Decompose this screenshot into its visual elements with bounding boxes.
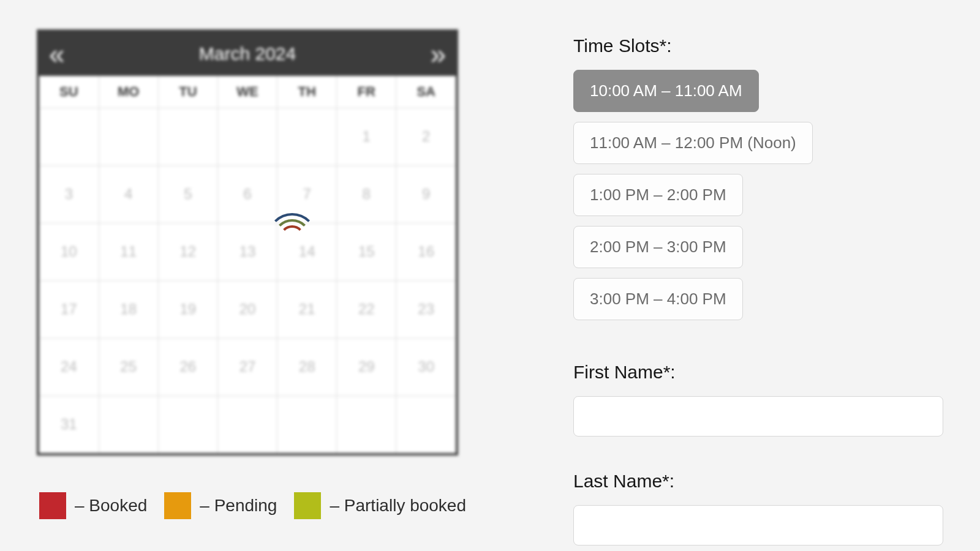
calendar-day[interactable]: 2 xyxy=(396,108,456,165)
time-slots-list: 10:00 AM – 11:00 AM11:00 AM – 12:00 PM (… xyxy=(573,70,943,320)
weekday-tu: TU xyxy=(158,76,217,108)
calendar-day xyxy=(337,395,396,453)
weekday-we: WE xyxy=(217,76,277,108)
calendar-legend: – Booked – Pending – Partially booked xyxy=(37,492,494,519)
legend-partial-label: – Partially booked xyxy=(330,496,466,515)
weekday-su: SU xyxy=(39,76,99,108)
calendar-day[interactable]: 30 xyxy=(396,338,456,395)
first-name-field[interactable] xyxy=(573,396,943,437)
calendar-day xyxy=(217,395,277,453)
legend-pending-swatch xyxy=(164,492,191,519)
calendar-day[interactable]: 31 xyxy=(39,395,99,453)
calendar-title: March 2024 xyxy=(199,43,296,64)
calendar-day[interactable]: 22 xyxy=(337,280,396,338)
time-slots-label: Time Slots*: xyxy=(573,36,943,56)
legend-partial: – Partially booked xyxy=(294,492,466,519)
calendar-header: « March 2024 » xyxy=(39,32,456,76)
calendar-day[interactable]: 20 xyxy=(217,280,277,338)
calendar-day[interactable]: 1 xyxy=(337,108,396,165)
calendar-day[interactable]: 9 xyxy=(396,165,456,223)
weekday-fr: FR xyxy=(337,76,396,108)
calendar-day xyxy=(39,108,99,165)
calendar-day[interactable]: 21 xyxy=(277,280,337,338)
time-slot-option[interactable]: 1:00 PM – 2:00 PM xyxy=(573,174,743,216)
time-slot-option[interactable]: 10:00 AM – 11:00 AM xyxy=(573,70,759,112)
calendar-day[interactable]: 3 xyxy=(39,165,99,223)
calendar-day xyxy=(99,395,158,453)
legend-booked: – Booked xyxy=(39,492,147,519)
calendar-day xyxy=(396,395,456,453)
calendar-grid: SU MO TU WE TH FR SA 1234567891011121314… xyxy=(39,76,456,453)
calendar-day[interactable]: 18 xyxy=(99,280,158,338)
calendar-day[interactable]: 6 xyxy=(217,165,277,223)
calendar-next-button[interactable]: » xyxy=(430,40,446,68)
legend-pending: – Pending xyxy=(164,492,277,519)
calendar-day[interactable]: 29 xyxy=(337,338,396,395)
calendar-day xyxy=(217,108,277,165)
calendar-day[interactable]: 5 xyxy=(158,165,217,223)
calendar-day[interactable]: 11 xyxy=(99,223,158,280)
calendar-day[interactable]: 25 xyxy=(99,338,158,395)
calendar-day[interactable]: 7 xyxy=(277,165,337,223)
calendar-day[interactable]: 27 xyxy=(217,338,277,395)
calendar-day[interactable]: 26 xyxy=(158,338,217,395)
calendar-day xyxy=(158,395,217,453)
weekday-mo: MO xyxy=(99,76,158,108)
weekday-th: TH xyxy=(277,76,337,108)
legend-partial-swatch xyxy=(294,492,321,519)
calendar-day xyxy=(277,108,337,165)
calendar-day[interactable]: 23 xyxy=(396,280,456,338)
legend-pending-label: – Pending xyxy=(200,496,277,515)
last-name-field[interactable] xyxy=(573,505,943,545)
calendar-day[interactable]: 4 xyxy=(99,165,158,223)
calendar-prev-button[interactable]: « xyxy=(49,40,65,68)
calendar-day[interactable]: 8 xyxy=(337,165,396,223)
weekday-sa: SA xyxy=(396,76,456,108)
calendar-day[interactable]: 19 xyxy=(158,280,217,338)
time-slot-option[interactable]: 2:00 PM – 3:00 PM xyxy=(573,226,743,268)
legend-booked-label: – Booked xyxy=(75,496,147,515)
last-name-label: Last Name*: xyxy=(573,471,943,492)
calendar: « March 2024 » SU MO TU WE TH FR SA 12 xyxy=(37,29,458,455)
calendar-day[interactable]: 16 xyxy=(396,223,456,280)
calendar-day[interactable]: 15 xyxy=(337,223,396,280)
calendar-day[interactable]: 10 xyxy=(39,223,99,280)
calendar-day xyxy=(277,395,337,453)
first-name-label: First Name*: xyxy=(573,362,943,383)
calendar-day[interactable]: 24 xyxy=(39,338,99,395)
calendar-day[interactable]: 28 xyxy=(277,338,337,395)
calendar-day[interactable]: 13 xyxy=(217,223,277,280)
calendar-day xyxy=(158,108,217,165)
calendar-day[interactable]: 12 xyxy=(158,223,217,280)
time-slot-option[interactable]: 11:00 AM – 12:00 PM (Noon) xyxy=(573,122,813,164)
calendar-day xyxy=(99,108,158,165)
time-slot-option[interactable]: 3:00 PM – 4:00 PM xyxy=(573,278,743,320)
calendar-day[interactable]: 14 xyxy=(277,223,337,280)
calendar-day[interactable]: 17 xyxy=(39,280,99,338)
legend-booked-swatch xyxy=(39,492,66,519)
